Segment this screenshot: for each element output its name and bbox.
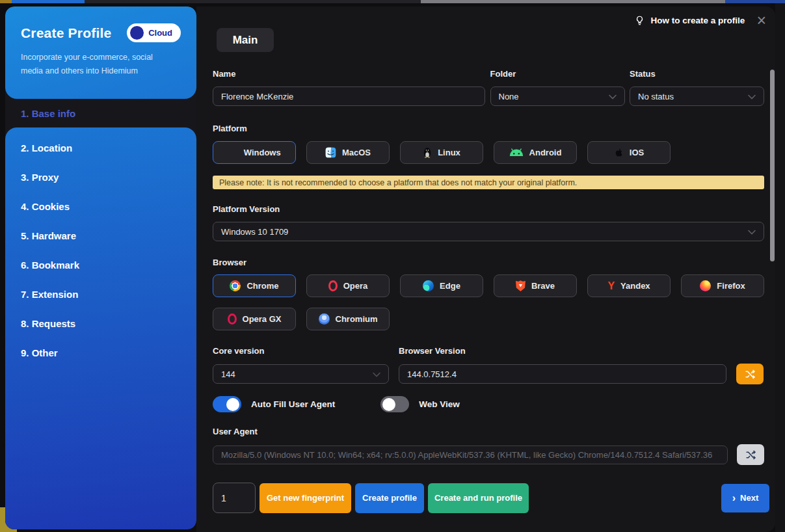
sidebar-item-label: 3. Proxy: [21, 172, 59, 183]
platform-option-label: MacOS: [342, 148, 371, 157]
close-icon[interactable]: ×: [755, 12, 767, 29]
next-button[interactable]: › Next: [721, 484, 769, 512]
apple-icon: [614, 147, 624, 158]
tab-main[interactable]: Main: [217, 28, 274, 52]
web-view-label: Web View: [419, 399, 460, 409]
status-label: Status: [630, 69, 764, 79]
chevron-down-icon: [748, 227, 756, 237]
browser-yandex-button[interactable]: Yandex: [587, 274, 671, 297]
platform-macos-button[interactable]: MacOS: [306, 141, 390, 164]
platform-version-value: Windows 10 1709: [221, 227, 288, 237]
android-icon: [509, 148, 524, 157]
firefox-icon: [700, 280, 711, 291]
background-app-strip: [0, 0, 785, 3]
browser-label: Browser: [213, 258, 764, 267]
sidebar-item-base-info[interactable]: 1. Base info: [5, 99, 196, 127]
sidebar-item-label: 6. Bookmark: [21, 259, 79, 271]
base-info-panel: How to create a profile × Main Name Fold…: [196, 7, 775, 532]
browser-option-label: Yandex: [620, 281, 650, 291]
help-label: How to create a profile: [651, 16, 745, 25]
user-agent-input[interactable]: [213, 446, 728, 464]
platform-version-select[interactable]: Windows 10 1709: [213, 222, 764, 241]
cloud-toggle-knob-icon: [130, 26, 144, 40]
user-agent-label: User Agent: [213, 427, 764, 436]
name-label: Name: [213, 69, 485, 79]
get-new-fingerprint-button[interactable]: Get new fingerprint: [259, 483, 351, 513]
browser-option-label: Chromium: [336, 314, 378, 324]
create-profile-modal: Create Profile Cloud Incorporate your e-…: [0, 0, 785, 532]
sidebar-item-label: 5. Hardware: [21, 230, 76, 241]
dialog-subtitle: Incorporate your e-commerce, social medi…: [21, 51, 177, 79]
sidebar-item-location[interactable]: 2. Location: [5, 133, 196, 163]
platform-option-label: Linux: [438, 148, 460, 157]
platform-windows-button[interactable]: Windows: [213, 141, 296, 164]
browser-option-label: Opera: [343, 281, 368, 291]
chrome-icon: [230, 280, 241, 291]
brave-icon: [516, 280, 526, 291]
browser-version-label: Browser Version: [399, 346, 726, 356]
sidebar-item-proxy[interactable]: 3. Proxy: [5, 163, 196, 192]
quantity-input[interactable]: [213, 483, 256, 513]
shuffle-icon: [745, 369, 756, 380]
next-label: Next: [740, 493, 758, 503]
sidebar-item-label: 9. Other: [21, 347, 58, 358]
how-to-create-profile-link[interactable]: How to create a profile: [634, 15, 745, 26]
name-input[interactable]: [213, 86, 485, 106]
platform-warning-note: Please note: It is not recommended to ch…: [213, 176, 764, 189]
windows-icon: [228, 148, 238, 158]
shuffle-user-agent-button[interactable]: [737, 444, 764, 465]
sidebar-item-requests[interactable]: 8. Requests: [5, 309, 196, 338]
platform-version-label: Platform Version: [213, 204, 764, 214]
auto-fill-user-agent-toggle[interactable]: [213, 396, 241, 412]
browser-firefox-button[interactable]: Firefox: [681, 274, 764, 297]
platform-linux-button[interactable]: Linux: [400, 141, 483, 164]
chevron-down-icon: [748, 92, 756, 101]
browser-brave-button[interactable]: Brave: [494, 274, 577, 297]
shuffle-browser-version-button[interactable]: [736, 364, 764, 384]
sidebar-item-bookmark[interactable]: 6. Bookmark: [5, 250, 196, 280]
create-and-run-profile-button[interactable]: Create and run profile: [428, 483, 529, 513]
browser-opera-button[interactable]: Opera: [306, 274, 390, 297]
auto-fill-user-agent-label: Auto Fill User Agent: [251, 399, 335, 409]
browser-chromium-button[interactable]: Chromium: [306, 308, 390, 330]
sidebar-item-cookies[interactable]: 4. Cookies: [5, 192, 196, 221]
sidebar-steps: 2. Location 3. Proxy 4. Cookies 5. Hardw…: [5, 127, 196, 529]
vertical-scrollbar[interactable]: [770, 70, 775, 261]
sidebar-item-extension[interactable]: 7. Extension: [5, 280, 196, 309]
folder-select[interactable]: None: [490, 86, 625, 106]
core-version-label: Core version: [213, 346, 389, 356]
platform-android-button[interactable]: Android: [494, 141, 577, 164]
browser-version-input[interactable]: [399, 364, 726, 384]
chevron-down-icon: [373, 369, 380, 379]
create-profile-sidebar: Create Profile Cloud Incorporate your e-…: [5, 7, 196, 529]
yandex-icon: [607, 280, 615, 292]
background-right-gutter: [775, 3, 785, 532]
cloud-toggle[interactable]: Cloud: [127, 23, 181, 42]
folder-value: None: [499, 92, 519, 101]
create-profile-button[interactable]: Create profile: [355, 483, 424, 513]
browser-operagx-button[interactable]: Opera GX: [213, 308, 296, 330]
status-select[interactable]: No status: [630, 86, 764, 106]
edge-icon: [423, 280, 434, 291]
browser-option-label: Edge: [440, 281, 460, 291]
lightbulb-icon: [634, 15, 645, 26]
sidebar-item-other[interactable]: 9. Other: [5, 338, 196, 367]
browser-option-label: Chrome: [246, 281, 278, 291]
sidebar-item-hardware[interactable]: 5. Hardware: [5, 221, 196, 250]
browser-option-label: Brave: [531, 281, 555, 291]
platform-ios-button[interactable]: IOS: [587, 141, 671, 164]
core-version-value: 144: [221, 369, 235, 379]
core-version-select[interactable]: 144: [213, 364, 389, 384]
web-view-toggle[interactable]: [380, 396, 409, 412]
browser-chrome-button[interactable]: Chrome: [213, 274, 296, 297]
linux-tux-icon: [423, 147, 432, 158]
browser-option-label: Opera GX: [243, 314, 282, 324]
platform-option-label: Android: [529, 148, 562, 157]
browser-edge-button[interactable]: Edge: [400, 274, 483, 297]
platform-option-label: IOS: [630, 148, 644, 157]
shuffle-icon: [745, 449, 756, 460]
sidebar-item-label: 7. Extension: [21, 289, 78, 300]
chevron-right-icon: ›: [732, 493, 736, 503]
finder-icon: [325, 147, 336, 158]
toggle-knob: [226, 398, 239, 411]
